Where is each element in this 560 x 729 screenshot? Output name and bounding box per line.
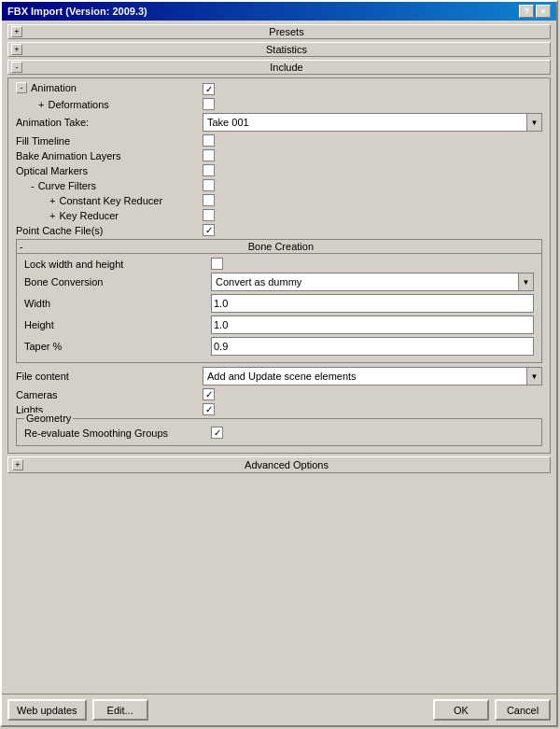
optical-markers-row: Optical Markers	[12, 164, 546, 176]
advanced-options-bar[interactable]: + Advanced Options	[7, 456, 551, 473]
re-evaluate-checkbox[interactable]: ✓	[211, 427, 223, 439]
presets-label: Presets	[26, 26, 547, 37]
constant-key-checkbox[interactable]	[203, 194, 215, 206]
animation-header: - Animation	[16, 82, 203, 93]
presets-section[interactable]: + Presets	[7, 24, 551, 39]
cancel-button[interactable]: Cancel	[495, 699, 551, 721]
file-content-dropdown[interactable]: Add and Update scene elements ▼	[203, 367, 542, 386]
title-bar: FBX Import (Version: 2009.3) ? ×	[2, 2, 556, 21]
height-value: 1.0	[214, 319, 228, 330]
point-cache-checkmark: ✓	[205, 225, 213, 235]
bottom-bar: Web updates Edit... OK Cancel	[2, 694, 556, 725]
curve-filters-toggle[interactable]: -	[31, 180, 35, 191]
include-toggle[interactable]: -	[11, 62, 22, 73]
constant-key-toggle[interactable]: +	[49, 195, 55, 206]
bake-animation-checkbox[interactable]	[203, 149, 215, 161]
fill-timeline-checkbox[interactable]	[203, 134, 215, 147]
constant-key-reducer-row: + Constant Key Reducer	[12, 194, 546, 206]
presets-toggle[interactable]: +	[11, 26, 22, 37]
statistics-label: Statistics	[26, 44, 547, 55]
animation-checkbox[interactable]: ✓	[203, 83, 215, 95]
statistics-toggle[interactable]: +	[11, 44, 22, 55]
help-button[interactable]: ?	[519, 5, 534, 18]
animation-toggle[interactable]: -	[16, 82, 27, 93]
height-input[interactable]: 1.0	[211, 315, 534, 334]
fill-timeline-label: Fill Timeline	[16, 135, 203, 147]
taper-value: 0.9	[214, 341, 228, 352]
fill-timeline-row: Fill Timeline	[12, 134, 546, 147]
animation-label: Animation	[31, 82, 77, 93]
lights-row: Lights ✓	[12, 403, 546, 415]
bone-conversion-arrow-icon[interactable]: ▼	[518, 273, 533, 290]
re-evaluate-row: Re-evaluate Smoothing Groups ✓	[21, 427, 538, 439]
advanced-toggle[interactable]: +	[12, 459, 23, 470]
point-cache-row: Point Cache File(s) ✓	[12, 224, 546, 236]
point-cache-label: Point Cache File(s)	[16, 225, 203, 236]
curve-filters-checkbox[interactable]	[203, 179, 215, 191]
deformations-toggle[interactable]: +	[38, 99, 44, 110]
animation-take-value: Take 001	[205, 117, 539, 128]
ok-button[interactable]: OK	[433, 699, 489, 721]
animation-check-mark: ✓	[205, 84, 213, 94]
curve-filters-header: - Curve Filters	[16, 180, 203, 191]
taper-input[interactable]: 0.9	[211, 337, 534, 356]
animation-take-dropdown[interactable]: Take 001 ▼	[203, 113, 542, 132]
animation-take-row: Animation Take: Take 001 ▼	[12, 113, 546, 132]
window-title: FBX Import (Version: 2009.3)	[7, 6, 147, 17]
taper-row: Taper % 0.9	[21, 337, 538, 356]
geometry-label: Geometry	[24, 413, 73, 424]
key-reducer-row: + Key Reducer	[12, 209, 546, 221]
key-reducer-checkbox[interactable]	[203, 209, 215, 221]
constant-key-header: + Constant Key Reducer	[16, 195, 203, 206]
main-content: + Presets + Statistics - Include - Anima…	[2, 21, 556, 694]
include-section[interactable]: - Include	[7, 60, 551, 75]
height-row: Height 1.0	[21, 315, 538, 334]
file-content-arrow-icon[interactable]: ▼	[526, 368, 541, 385]
bone-creation-header: - Bone Creation	[17, 240, 541, 254]
width-row: Width 1.0	[21, 294, 538, 313]
lock-width-checkbox[interactable]	[211, 258, 223, 270]
cameras-checkmark: ✓	[205, 389, 213, 400]
bone-creation-label: Bone Creation	[23, 241, 539, 252]
key-reducer-toggle[interactable]: +	[49, 210, 55, 221]
point-cache-checkbox[interactable]: ✓	[203, 224, 215, 236]
include-label: Include	[26, 62, 547, 73]
lights-checkmark: ✓	[205, 404, 213, 414]
file-content-label: File content	[16, 371, 203, 382]
bone-creation-content: Lock width and height Bone Conversion Co…	[17, 254, 541, 362]
bone-conversion-dropdown[interactable]: Convert as dummy ▼	[211, 273, 534, 291]
lock-width-row: Lock width and height	[21, 258, 538, 270]
bake-animation-label: Bake Animation Layers	[16, 150, 203, 161]
file-content-value: Add and Update scene elements	[205, 371, 539, 382]
height-label: Height	[24, 319, 211, 330]
deformations-checkbox[interactable]	[203, 98, 215, 110]
animation-take-arrow-icon[interactable]: ▼	[526, 114, 541, 131]
bone-creation-box: - Bone Creation Lock width and height Bo…	[16, 239, 542, 363]
include-content: - Animation ✓ + Deformations Animation T…	[7, 77, 551, 454]
edit-button[interactable]: Edit...	[92, 699, 148, 721]
constant-key-label: Constant Key Reducer	[59, 195, 162, 206]
cameras-checkbox[interactable]: ✓	[203, 388, 215, 400]
width-value: 1.0	[214, 298, 228, 309]
key-reducer-header: + Key Reducer	[16, 210, 203, 221]
width-input[interactable]: 1.0	[211, 294, 534, 313]
cameras-row: Cameras ✓	[12, 388, 546, 400]
width-label: Width	[24, 298, 211, 309]
taper-label: Taper %	[24, 341, 211, 352]
deformations-label: Deformations	[48, 99, 108, 110]
bone-conversion-label: Bone Conversion	[24, 276, 211, 287]
optical-markers-label: Optical Markers	[16, 165, 203, 176]
lights-checkbox[interactable]: ✓	[203, 403, 215, 415]
re-evaluate-label: Re-evaluate Smoothing Groups	[24, 428, 211, 439]
web-updates-button[interactable]: Web updates	[7, 699, 87, 721]
curve-filters-row: - Curve Filters	[12, 179, 546, 191]
bone-conversion-row: Bone Conversion Convert as dummy ▼	[21, 273, 538, 291]
re-evaluate-checkmark: ✓	[214, 428, 221, 438]
curve-filters-label: Curve Filters	[38, 180, 96, 191]
close-button[interactable]: ×	[536, 5, 551, 18]
animation-take-label: Animation Take:	[16, 117, 203, 128]
file-content-row: File content Add and Update scene elemen…	[12, 367, 546, 386]
main-window: FBX Import (Version: 2009.3) ? × + Prese…	[0, 0, 558, 727]
optical-markers-checkbox[interactable]	[203, 164, 215, 176]
statistics-section[interactable]: + Statistics	[7, 42, 551, 57]
